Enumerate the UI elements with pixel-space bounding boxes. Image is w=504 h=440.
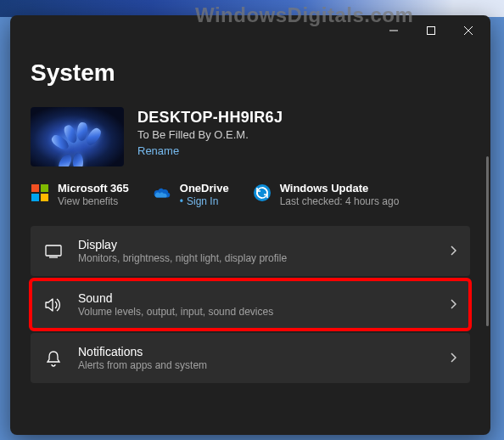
close-icon — [464, 26, 473, 35]
service-onedrive[interactable]: OneDrive •Sign In — [153, 182, 229, 207]
service-title: OneDrive — [180, 182, 229, 195]
svg-rect-0 — [428, 27, 435, 35]
svg-point-1 — [254, 184, 271, 201]
list-sub: Volume levels, output, input, sound devi… — [78, 306, 434, 318]
microsoft-logo-icon — [31, 183, 49, 202]
service-windows-update[interactable]: Windows Update Last checked: 4 hours ago — [253, 182, 400, 207]
maximize-icon — [427, 26, 435, 35]
list-title: Display — [78, 238, 434, 251]
settings-window: System DESKTOP-HH9IR6J To Be Filled By O… — [10, 15, 490, 435]
list-sub: Alerts from apps and system — [78, 359, 434, 371]
onedrive-icon — [153, 183, 171, 202]
scrollbar[interactable] — [486, 156, 489, 326]
chevron-right-icon — [450, 244, 456, 259]
service-microsoft-365[interactable]: Microsoft 365 View benefits — [31, 182, 129, 207]
svg-rect-2 — [46, 245, 61, 256]
list-title: Sound — [78, 291, 434, 305]
device-oem: To Be Filled By O.E.M. — [137, 128, 283, 141]
update-icon — [253, 183, 272, 202]
desktop-background — [0, 0, 504, 17]
device-text: DESKTOP-HH9IR6J To Be Filled By O.E.M. R… — [137, 107, 283, 158]
page-title: System — [31, 59, 470, 87]
display-icon — [44, 245, 63, 258]
device-info-row: DESKTOP-HH9IR6J To Be Filled By O.E.M. R… — [31, 107, 470, 166]
list-title: Notifications — [78, 345, 434, 358]
service-sub: •Sign In — [180, 195, 229, 207]
settings-list: Display Monitors, brightness, night ligh… — [31, 226, 470, 383]
sound-icon — [44, 297, 63, 313]
device-wallpaper-thumbnail[interactable] — [31, 107, 124, 166]
list-sub: Monitors, brightness, night light, displ… — [78, 252, 434, 264]
device-name: DESKTOP-HH9IR6J — [137, 109, 283, 127]
list-item-display[interactable]: Display Monitors, brightness, night ligh… — [31, 226, 470, 276]
notifications-icon — [44, 350, 63, 367]
list-item-sound[interactable]: Sound Volume levels, output, input, soun… — [31, 279, 470, 330]
minimize-icon — [389, 26, 398, 35]
close-button[interactable] — [450, 17, 487, 44]
content-area: System DESKTOP-HH9IR6J To Be Filled By O… — [10, 46, 490, 435]
minimize-button[interactable] — [375, 17, 412, 44]
chevron-right-icon — [450, 351, 456, 366]
service-sub: Last checked: 4 hours ago — [280, 195, 400, 207]
chevron-right-icon — [450, 297, 456, 313]
service-title: Windows Update — [280, 182, 400, 195]
maximize-button[interactable] — [412, 17, 450, 44]
list-item-notifications[interactable]: Notifications Alerts from apps and syste… — [31, 333, 470, 383]
service-title: Microsoft 365 — [58, 182, 129, 195]
rename-link[interactable]: Rename — [137, 144, 179, 157]
services-row: Microsoft 365 View benefits OneDrive •Si… — [31, 182, 470, 207]
titlebar — [10, 15, 490, 46]
bloom-graphic — [53, 117, 97, 158]
service-sub: View benefits — [58, 195, 129, 207]
